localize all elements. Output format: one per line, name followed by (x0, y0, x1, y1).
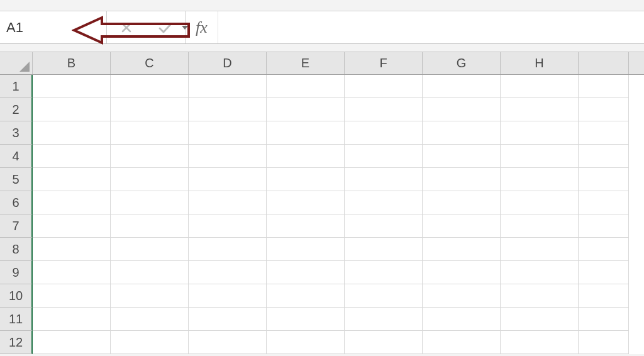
cell[interactable] (111, 261, 189, 284)
cell[interactable] (267, 214, 345, 238)
cell[interactable] (423, 284, 501, 308)
row-header[interactable]: 9 (0, 261, 33, 284)
row-header[interactable]: 2 (0, 98, 33, 121)
cell[interactable] (423, 168, 501, 191)
cell[interactable] (501, 75, 579, 98)
cell[interactable] (579, 261, 629, 284)
cell[interactable] (423, 238, 501, 261)
cell[interactable] (33, 168, 111, 191)
cell[interactable] (33, 238, 111, 261)
cell[interactable] (501, 261, 579, 284)
cell[interactable] (267, 191, 345, 214)
select-all-corner[interactable] (0, 52, 33, 74)
cell[interactable] (345, 308, 423, 331)
chevron-down-icon[interactable] (182, 26, 188, 30)
cell[interactable] (345, 331, 423, 354)
row-header[interactable]: 5 (0, 168, 33, 191)
cell[interactable] (111, 331, 189, 354)
cell[interactable] (189, 168, 267, 191)
cell[interactable] (423, 145, 501, 168)
cell[interactable] (189, 238, 267, 261)
col-header[interactable]: C (111, 52, 189, 74)
cell[interactable] (501, 284, 579, 308)
cell[interactable] (579, 191, 629, 214)
col-header[interactable]: H (501, 52, 579, 74)
cell[interactable] (423, 308, 501, 331)
cell[interactable] (579, 75, 629, 98)
cell[interactable] (501, 191, 579, 214)
cell[interactable] (423, 75, 501, 98)
cell[interactable] (189, 98, 267, 121)
cell[interactable] (189, 145, 267, 168)
cell[interactable] (33, 284, 111, 308)
cell[interactable] (345, 214, 423, 238)
cell[interactable] (579, 331, 629, 354)
cell[interactable] (501, 98, 579, 121)
cell[interactable] (579, 238, 629, 261)
cell[interactable] (345, 238, 423, 261)
cell[interactable] (189, 284, 267, 308)
row-header[interactable]: 10 (0, 284, 33, 308)
cell[interactable] (33, 261, 111, 284)
cell[interactable] (423, 98, 501, 121)
cell[interactable] (189, 214, 267, 238)
row-header[interactable]: 4 (0, 145, 33, 168)
cell[interactable] (423, 214, 501, 238)
cell[interactable] (267, 308, 345, 331)
name-box-input[interactable] (6, 19, 179, 36)
cell[interactable] (111, 191, 189, 214)
cell[interactable] (501, 331, 579, 354)
cell[interactable] (267, 75, 345, 98)
cell[interactable] (501, 308, 579, 331)
cell[interactable] (111, 98, 189, 121)
col-header[interactable]: G (423, 52, 501, 74)
cell[interactable] (579, 308, 629, 331)
cell[interactable] (33, 191, 111, 214)
cell[interactable] (33, 75, 111, 98)
cell[interactable] (267, 284, 345, 308)
cell[interactable] (267, 98, 345, 121)
cell[interactable] (111, 238, 189, 261)
cell[interactable] (501, 145, 579, 168)
cell[interactable] (501, 168, 579, 191)
formula-input[interactable] (218, 11, 644, 43)
name-box-container[interactable] (0, 11, 107, 43)
cell[interactable] (189, 75, 267, 98)
cell[interactable] (345, 191, 423, 214)
cell[interactable] (33, 121, 111, 145)
row-header[interactable]: 12 (0, 331, 33, 354)
cell[interactable] (345, 261, 423, 284)
row-header[interactable]: 11 (0, 308, 33, 331)
cell[interactable] (267, 121, 345, 145)
cell[interactable] (345, 75, 423, 98)
cell[interactable] (345, 98, 423, 121)
cell[interactable] (501, 121, 579, 145)
cell[interactable] (579, 168, 629, 191)
cell[interactable] (501, 214, 579, 238)
col-header[interactable] (579, 52, 629, 74)
cell[interactable] (423, 331, 501, 354)
cell[interactable] (189, 121, 267, 145)
cell[interactable] (189, 191, 267, 214)
cell[interactable] (33, 98, 111, 121)
cell[interactable] (111, 121, 189, 145)
fx-icon[interactable]: fx (186, 11, 218, 43)
col-header[interactable]: D (189, 52, 267, 74)
cell[interactable] (111, 75, 189, 98)
cell[interactable] (189, 308, 267, 331)
cell[interactable] (267, 168, 345, 191)
cell[interactable] (267, 331, 345, 354)
cell[interactable] (579, 284, 629, 308)
cell[interactable] (579, 145, 629, 168)
cell[interactable] (345, 121, 423, 145)
cell[interactable] (345, 168, 423, 191)
cell[interactable] (423, 121, 501, 145)
cell[interactable] (267, 261, 345, 284)
cell[interactable] (111, 284, 189, 308)
cell[interactable] (111, 214, 189, 238)
cell[interactable] (267, 238, 345, 261)
cell[interactable] (33, 145, 111, 168)
cell[interactable] (111, 145, 189, 168)
cell[interactable] (579, 214, 629, 238)
row-header[interactable]: 8 (0, 238, 33, 261)
